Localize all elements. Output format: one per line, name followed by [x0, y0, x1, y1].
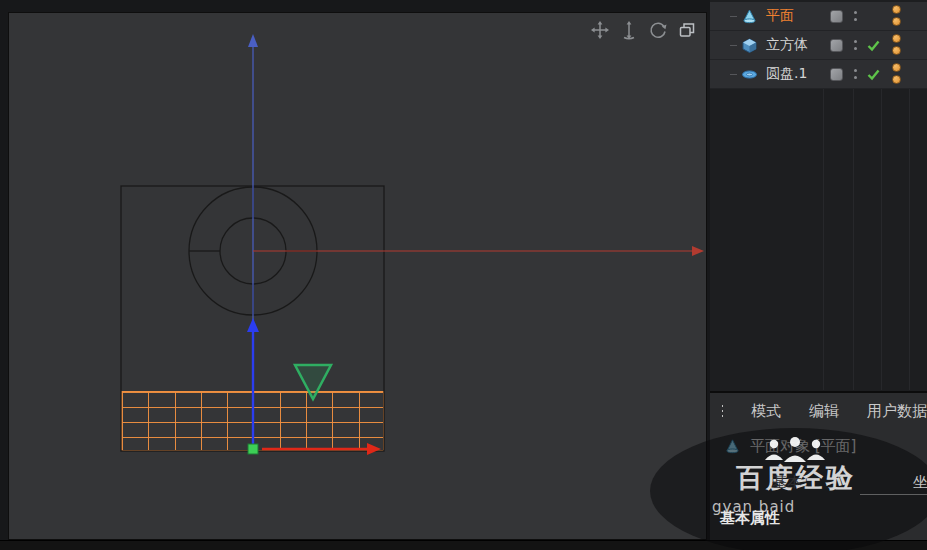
- visibility-dots-icon[interactable]: [854, 69, 857, 79]
- object-row[interactable]: 立方体: [710, 31, 927, 60]
- enabled-check-icon[interactable]: [866, 38, 881, 53]
- layer-square-icon[interactable]: [830, 10, 843, 23]
- menu-edit[interactable]: 编辑: [809, 402, 839, 421]
- pan-icon[interactable]: [590, 20, 610, 40]
- object-row[interactable]: 平面: [710, 2, 927, 31]
- rotate-icon[interactable]: [648, 20, 668, 40]
- layer-square-icon[interactable]: [830, 68, 843, 81]
- tree-connector: [730, 45, 737, 46]
- enabled-check-icon[interactable]: [866, 67, 881, 82]
- section-title-basic-properties: 基本属性: [720, 509, 780, 528]
- viewport-canvas: [9, 13, 708, 541]
- zoom-icon[interactable]: [619, 20, 639, 40]
- disc-icon: [741, 66, 758, 83]
- viewport-toolbar: [590, 20, 697, 40]
- tree-connector: [730, 16, 737, 17]
- menu-mode[interactable]: 模式: [751, 402, 781, 421]
- tab-underline: [860, 494, 927, 495]
- attribute-menu-bar: 模式 编辑 用户数据: [710, 393, 927, 429]
- gizmo-y-axis-handle[interactable]: [247, 318, 259, 444]
- viewport[interactable]: [8, 12, 707, 540]
- tree-connector: [730, 74, 737, 75]
- render-visibility-dots-icon[interactable]: [892, 34, 901, 55]
- world-x-axis: [253, 246, 704, 256]
- polygon-normal-marker: [295, 365, 331, 399]
- cube-icon: [741, 37, 758, 54]
- render-visibility-dots-icon[interactable]: [892, 63, 901, 84]
- plane-icon: [741, 8, 758, 25]
- object-label[interactable]: 立方体: [766, 36, 808, 54]
- menu-user-data[interactable]: 用户数据: [867, 402, 927, 421]
- tab-basic[interactable]: 基本: [772, 473, 802, 492]
- render-visibility-dots-icon[interactable]: [892, 5, 901, 26]
- gizmo-origin-handle[interactable]: [248, 444, 258, 454]
- object-label[interactable]: 平面: [766, 7, 794, 25]
- visibility-dots-icon[interactable]: [854, 40, 857, 50]
- gizmo-x-axis-handle[interactable]: [262, 443, 381, 455]
- object-label[interactable]: 圆盘.1: [766, 65, 807, 83]
- tab-coordinates[interactable]: 坐: [913, 473, 927, 492]
- object-list: 平面 立方体: [710, 2, 927, 89]
- hamburger-menu-icon[interactable]: [722, 405, 723, 417]
- layer-square-icon[interactable]: [830, 39, 843, 52]
- object-row[interactable]: 圆盘.1: [710, 60, 927, 89]
- visibility-dots-icon[interactable]: [854, 11, 857, 21]
- maximize-icon[interactable]: [677, 20, 697, 40]
